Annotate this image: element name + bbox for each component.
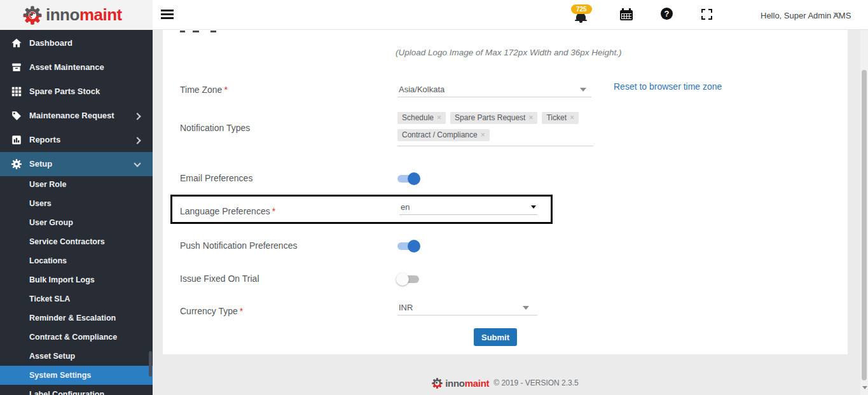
- notification-types-label: Notification Types: [180, 123, 250, 133]
- brand-logo[interactable]: innomaint: [0, 0, 153, 30]
- chevron-down-icon: [134, 160, 141, 167]
- hamburger-menu-icon[interactable]: [161, 10, 174, 20]
- scrollbar-down-arrow-icon[interactable]: [862, 386, 867, 389]
- time-zone-select[interactable]: Asia/Kolkata: [397, 82, 591, 97]
- notification-types-input[interactable]: Schedule×Spare Parts Request×Ticket× Con…: [397, 111, 593, 146]
- brand-logo-text: innomaint: [46, 5, 122, 25]
- brand-gear-icon: [23, 6, 42, 25]
- issue-fixed-on-trial-toggle[interactable]: [397, 275, 419, 284]
- remove-tag-icon[interactable]: ×: [528, 113, 533, 122]
- clipped-text-fragment: [193, 31, 199, 32]
- sidebar-item-reports[interactable]: Reports: [0, 128, 153, 152]
- sidebar-item-maintenance-request[interactable]: Maintenance Request: [0, 104, 153, 128]
- tag-icon: [11, 110, 22, 121]
- sidebar-subitem-system-settings[interactable]: System Settings: [0, 366, 153, 385]
- currency-type-label: Currency Type*: [180, 306, 243, 316]
- submit-button[interactable]: Submit: [474, 328, 517, 346]
- sidebar-item-spare-parts-stock[interactable]: Spare Parts Stock: [0, 80, 153, 104]
- footer: innomaint © 2019 - VERSION 2.3.5: [163, 375, 848, 391]
- issue-fixed-on-trial-label: Issue Fixed On Trial: [180, 274, 259, 284]
- sidebar-subitem-service-contractors[interactable]: Service Contractors: [0, 232, 153, 251]
- sidebar-item-setup[interactable]: Setup: [0, 152, 153, 176]
- push-notification-preferences-label: Push Notification Preferences: [180, 240, 297, 251]
- footer-brand-gear-icon: [432, 378, 443, 389]
- calendar-icon[interactable]: [620, 10, 633, 20]
- sidebar-subitem-ticket-sla[interactable]: Ticket SLA: [0, 289, 153, 308]
- remove-tag-icon[interactable]: ×: [437, 113, 441, 122]
- sidebar-subitem-contract-compliance[interactable]: Contract & Compliance: [0, 328, 153, 347]
- app-root: innomaint 725 ? Hello, Super Admin AMS D…: [0, 0, 868, 395]
- language-preferences-select[interactable]: en: [399, 200, 537, 215]
- top-bar: innomaint 725 ? Hello, Super Admin AMS: [0, 0, 868, 30]
- sidebar-subitem-asset-setup[interactable]: Asset Setup: [0, 347, 153, 366]
- email-preferences-toggle[interactable]: [397, 174, 419, 183]
- sidebar-subitem-user-group[interactable]: User Group: [0, 213, 153, 232]
- sidebar-subitem-users[interactable]: Users: [0, 194, 153, 213]
- notification-tag: Schedule×: [397, 112, 446, 124]
- fullscreen-icon[interactable]: [701, 9, 712, 20]
- clipped-text-fragment: [180, 31, 185, 32]
- grid-icon: [11, 86, 22, 97]
- clipped-text-fragment: [210, 31, 216, 32]
- dropdown-caret-icon: [580, 88, 586, 92]
- footer-copyright: © 2019 - VERSION 2.3.5: [493, 378, 579, 387]
- dropdown-caret-icon: [531, 205, 536, 209]
- notification-tag: Spare Parts Request×: [450, 112, 537, 124]
- chevron-right-icon: [134, 113, 141, 120]
- currency-type-select[interactable]: INR: [397, 300, 537, 315]
- sidebar-scrollbar-thumb[interactable]: [149, 351, 152, 377]
- system-settings-form: (Upload Logo Image of Max 172px Width an…: [163, 30, 848, 354]
- remove-tag-icon[interactable]: ×: [570, 113, 574, 122]
- reset-timezone-link[interactable]: Reset to browser time zone: [614, 81, 722, 92]
- gear-icon: [11, 158, 22, 170]
- dropdown-caret-icon: [523, 306, 529, 310]
- push-notification-preferences-toggle[interactable]: [397, 242, 419, 251]
- sidebar-subitem-bulk-import-logs[interactable]: Bulk Import Logs: [0, 270, 153, 289]
- sidebar-subitem-locations[interactable]: Locations: [0, 251, 153, 270]
- sidebar-subitem-reminder-escalation[interactable]: Reminder & Escalation: [0, 308, 153, 328]
- help-icon[interactable]: ?: [661, 8, 673, 20]
- chevron-right-icon: [134, 137, 141, 144]
- sidebar-subitem-label-configuration[interactable]: Label Configuration: [0, 385, 153, 395]
- sidebar-item-dashboard[interactable]: Dashboard: [0, 31, 153, 55]
- footer-brand-text: innomaint: [445, 378, 489, 389]
- page-scrollbar-thumb[interactable]: [862, 70, 867, 380]
- upload-logo-hint: (Upload Logo Image of Max 172px Width an…: [396, 48, 622, 57]
- sidebar-item-asset-maintenance[interactable]: Asset Maintenance: [0, 55, 153, 80]
- notification-tag: Contract / Compliance×: [397, 129, 490, 141]
- email-preferences-label: Email Preferences: [180, 173, 252, 183]
- time-zone-label: Time Zone*: [180, 85, 228, 95]
- user-menu[interactable]: Hello, Super Admin AMS: [761, 11, 851, 20]
- archive-box-icon: [11, 62, 22, 73]
- notification-tag: Ticket×: [542, 112, 579, 124]
- bar-chart-icon: [11, 134, 22, 146]
- sidebar-subitem-user-role[interactable]: User Role: [0, 175, 153, 194]
- home-icon: [11, 38, 22, 49]
- remove-tag-icon[interactable]: ×: [481, 130, 485, 139]
- sidebar: Dashboard Asset Maintenance Spare Parts …: [0, 30, 153, 395]
- notification-count-badge[interactable]: 725: [571, 4, 592, 14]
- language-preferences-label: Language Preferences*: [180, 206, 275, 216]
